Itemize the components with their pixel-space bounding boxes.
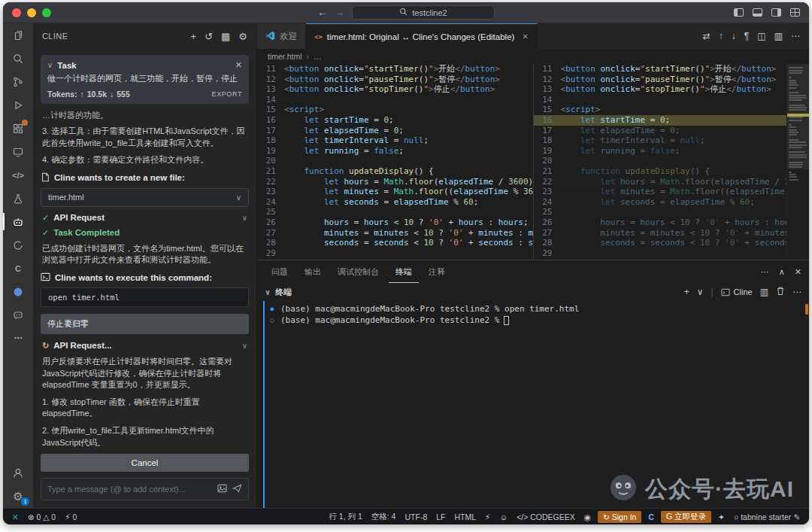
api-request-running-row[interactable]: ↻ API Request... ∨ xyxy=(42,341,247,351)
run-debug-icon[interactable] xyxy=(3,93,33,117)
terminal-scrollbar[interactable] xyxy=(802,301,809,508)
sign-in[interactable]: ↻ Sign In xyxy=(598,511,641,523)
remote-explorer-icon[interactable] xyxy=(3,140,33,163)
customize-layout-icon[interactable] xyxy=(790,8,800,17)
toggle-secondary-sidebar-icon[interactable] xyxy=(771,8,781,17)
code-line[interactable]: 13<button onclick="stopTimer()">停止</butt… xyxy=(257,84,533,95)
remote-indicator[interactable]: ✕ xyxy=(8,509,23,525)
code-line[interactable]: 17 let elapsedTime = 0; xyxy=(534,126,810,136)
more-views-icon[interactable]: ⋯ xyxy=(3,327,33,350)
panel-tab-注释[interactable]: 注释 xyxy=(422,260,452,283)
source-control-icon[interactable] xyxy=(3,70,33,93)
minimize-window-button[interactable] xyxy=(27,8,36,17)
code-line[interactable]: 18 let timerInterval = null; xyxy=(257,135,533,146)
code-line[interactable]: 22 let hours = Math.floor(elapsedTime / … xyxy=(534,177,810,187)
code-line[interactable]: 21 function updateDisplay() { xyxy=(534,166,810,177)
eol-sequence[interactable]: LF xyxy=(432,509,450,525)
export-button[interactable]: EXPORT xyxy=(212,90,242,98)
more-actions-icon[interactable]: ⋯ xyxy=(791,31,800,41)
close-tab-icon[interactable]: ✕ xyxy=(522,32,528,41)
tab-welcome[interactable]: 欢迎 xyxy=(257,23,306,49)
command-decoration-icon[interactable]: ○ xyxy=(268,315,277,326)
codegeex-icon[interactable]: </> xyxy=(3,163,33,187)
tab-diff-timer-html[interactable]: <> timer.html: Original ↔ Cline's Change… xyxy=(306,23,538,49)
close-window-button[interactable] xyxy=(12,8,21,17)
diff-modified-pane[interactable]: 11<button onclick="startTimer()">开始</but… xyxy=(534,64,810,260)
code-line[interactable]: 16 let startTime = 0; xyxy=(257,115,533,126)
forward-icon[interactable]: → xyxy=(335,7,344,18)
code-line[interactable]: 20 xyxy=(257,156,533,166)
terminal-profile-chevron-icon[interactable]: ∨ xyxy=(697,287,704,297)
ports[interactable]: ⚡ 0 xyxy=(60,509,81,525)
code-line[interactable]: 29 xyxy=(257,248,533,259)
panel-more-icon[interactable]: ⋯ xyxy=(761,267,769,277)
api-request-row[interactable]: ✓ API Request ∨ xyxy=(42,213,247,223)
feedback-smiley-icon[interactable]: ☺ xyxy=(495,509,512,525)
explorer-icon[interactable] xyxy=(3,23,33,47)
codegeex[interactable]: </> CODEGEEX xyxy=(512,509,580,525)
panel-close-icon[interactable]: ✕ xyxy=(795,267,801,277)
settings-gear-icon[interactable]: ⚙1 xyxy=(3,485,33,508)
inline-view-icon[interactable]: ◫ xyxy=(757,31,765,41)
code-line[interactable]: 12<button onclick="pauseTimer()">暂停</but… xyxy=(534,74,810,85)
extensions-icon[interactable] xyxy=(3,117,33,140)
command-center-search[interactable]: testcline2 xyxy=(352,5,495,20)
blue-dot-icon[interactable] xyxy=(3,280,33,303)
whitespace-icon[interactable]: ¶ xyxy=(744,31,749,41)
message-input[interactable] xyxy=(47,485,212,494)
code-line[interactable]: 12<button onclick="pauseTimer()">暂停</but… xyxy=(257,74,533,85)
code-line[interactable]: 27 minutes = minutes < 10 ? '0' + minute… xyxy=(257,228,533,239)
code-line[interactable]: 11<button onclick="startTimer()">开始</but… xyxy=(257,64,533,74)
code-line[interactable]: 26 hours = hours < 10 ? '0' + hours : ho… xyxy=(257,217,533,228)
new-task-icon[interactable]: + xyxy=(191,31,197,42)
code-line[interactable]: 19 let running = false; xyxy=(534,146,810,157)
code-line[interactable]: 20 xyxy=(534,156,810,166)
terminal-more-icon[interactable]: ⋯ xyxy=(792,287,801,297)
send-icon[interactable] xyxy=(232,482,242,496)
code-line[interactable]: 13<button onclick="stopTimer()">停止</butt… xyxy=(534,84,810,95)
toggle-panel-icon[interactable] xyxy=(753,8,762,17)
history-icon[interactable]: ↺ xyxy=(205,31,213,42)
account-icon[interactable] xyxy=(3,461,33,485)
toggle-sidebar-icon[interactable] xyxy=(734,8,744,17)
code-line[interactable]: 21 function updateDisplay() { xyxy=(257,166,533,177)
previous-change-icon[interactable]: ↑ xyxy=(719,31,723,41)
continue-icon[interactable] xyxy=(3,233,33,257)
breadcrumb-file[interactable]: timer.html xyxy=(268,52,302,61)
encoding[interactable]: UTF-8 xyxy=(400,509,432,525)
kill-terminal-icon[interactable] xyxy=(776,286,785,298)
zoom-window-button[interactable] xyxy=(42,8,51,17)
panel-tab-问题[interactable]: 问题 xyxy=(265,260,295,283)
code-line[interactable]: 14 xyxy=(257,95,533,105)
lightning-icon[interactable]: ⚡ xyxy=(480,509,495,525)
letter-c[interactable]: C xyxy=(644,509,659,525)
letter-c-icon[interactable]: C xyxy=(3,257,33,280)
diff-editor[interactable]: 11<button onclick="startTimer()">开始</but… xyxy=(257,64,809,260)
panel-tab-输出[interactable]: 输出 xyxy=(298,260,328,283)
diff-original-pane[interactable]: 11<button onclick="startTimer()">开始</but… xyxy=(257,64,534,260)
code-line[interactable]: 15<script> xyxy=(534,105,810,115)
code-line[interactable]: 24 let seconds = elapsedTime % 60; xyxy=(257,197,533,208)
code-line[interactable]: 29 xyxy=(534,248,810,259)
code-line[interactable]: 26 hours = hours < 10 ? '0' + hours : ho… xyxy=(534,217,810,228)
chevron-down-icon[interactable]: ∨ xyxy=(47,61,53,69)
problems[interactable]: ⊗ 0 △ 0 xyxy=(23,509,60,525)
language-mode[interactable]: HTML xyxy=(450,509,480,525)
cursor-position[interactable]: 行 1, 列 1 xyxy=(324,509,366,525)
cline-icon[interactable] xyxy=(3,210,33,233)
code-line[interactable]: 19 let running = false; xyxy=(257,146,533,157)
code-line[interactable]: 25 xyxy=(257,207,533,217)
breadcrumb[interactable]: timer.html › … xyxy=(257,49,809,64)
code-line[interactable]: 28 seconds = seconds < 10 ? '0' + second… xyxy=(534,238,810,248)
split-terminal-icon[interactable]: ▥ xyxy=(760,287,768,297)
tabnine[interactable]: ○ tabnine starter ✎ xyxy=(729,509,804,525)
code-line[interactable]: 15<script> xyxy=(257,105,533,115)
chevron-down-icon[interactable]: ∨ xyxy=(265,288,271,296)
terminal-dropdown-label[interactable]: 终端 xyxy=(275,287,292,298)
code-line[interactable]: 14 xyxy=(534,95,810,105)
close-task-icon[interactable]: ✕ xyxy=(235,60,242,70)
split-editor-icon[interactable]: ▥ xyxy=(774,31,783,41)
file-path-selector[interactable]: timer.html ∨ xyxy=(41,188,249,207)
panel-tab-调试控制台[interactable]: 调试控制台 xyxy=(331,260,386,283)
search-view-icon[interactable] xyxy=(3,47,33,70)
